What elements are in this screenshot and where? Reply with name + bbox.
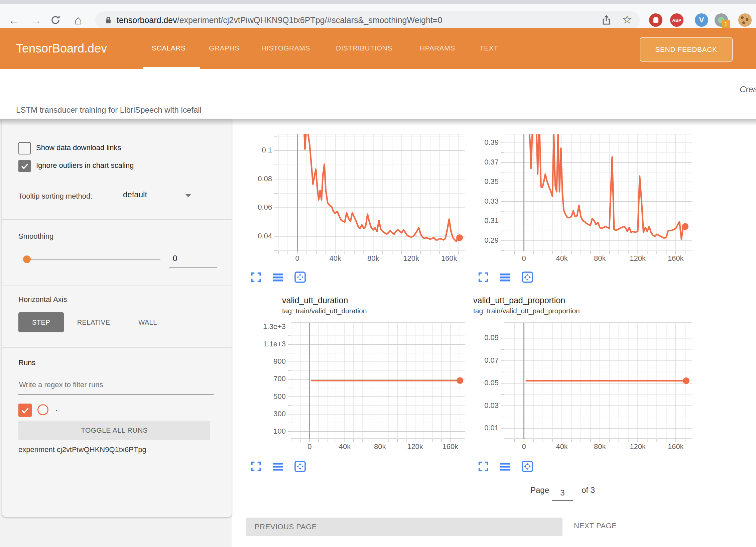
y-tick-label: 0.37 [461, 158, 499, 167]
chart-actions [250, 271, 306, 284]
send-feedback-button[interactable]: SEND FEEDBACK [640, 37, 733, 62]
expand-chart-icon[interactable] [477, 271, 490, 284]
browser-tab-strip [0, 0, 756, 4]
tab-distributions[interactable]: DISTRIBUTIONS [336, 44, 392, 52]
scalar-chart-plot[interactable]: 0.090.070.050.030.01040k80k120k160k [504, 322, 692, 439]
x-tick-label: 40k [545, 254, 579, 263]
x-tick-label: 80k [357, 254, 390, 263]
x-tick-label: 0 [293, 442, 326, 451]
y-tick-label: 0.06 [235, 203, 272, 212]
address-bar[interactable]: tensorboard.dev/experiment/cj2vtPiwQHKN9… [95, 11, 640, 29]
divider [2, 286, 232, 286]
settings-sidebar: Show data download links Ignore outliers… [2, 119, 232, 517]
x-tick-label: 80k [583, 442, 617, 451]
x-tick-label: 160k [433, 442, 467, 451]
abp-extension-icon[interactable]: ABP [670, 13, 683, 27]
back-icon[interactable]: ← [6, 12, 22, 28]
fit-domain-icon[interactable] [521, 460, 534, 473]
forward-icon[interactable]: → [28, 12, 44, 28]
experiment-id-label: experiment cj2vtPiwQHKN9Q1tx6PTpg [18, 445, 146, 454]
ignore-outliers-checkbox[interactable] [18, 160, 31, 172]
x-tick-label: 120k [394, 254, 428, 263]
x-tick-label: 160k [432, 254, 466, 263]
abp-label: ABP [672, 18, 681, 23]
stop-hand-extension-icon[interactable] [649, 13, 662, 27]
browser-toolbar: ← → ⌂ tensorboard.dev/experiment/cj2vtPi… [0, 4, 756, 28]
show-download-links-label: Show data download links [36, 143, 121, 152]
page-number-input[interactable] [552, 485, 573, 501]
tab-text[interactable]: TEXT [480, 44, 498, 52]
horizontal-axis-label: Horizontal Axis [18, 295, 67, 304]
bookmark-star-icon[interactable]: ☆ [622, 13, 632, 26]
divider [2, 347, 232, 348]
y-tick-label: 1.3e+3 [248, 322, 286, 331]
axis-wall-button[interactable]: WALL [131, 312, 164, 332]
extension-badge: 1 [722, 20, 730, 29]
expand-chart-icon[interactable] [250, 271, 262, 284]
fit-domain-icon[interactable] [294, 460, 306, 473]
x-tick-label: 40k [545, 442, 579, 451]
data-table-icon[interactable] [272, 271, 284, 284]
runs-regex-input[interactable] [18, 376, 214, 395]
y-tick-label: 300 [248, 410, 286, 418]
home-icon[interactable]: ⌂ [70, 12, 86, 28]
tooltip-sorting-label: Tooltip sorting method: [18, 192, 92, 201]
experiment-info-bar: Crea LSTM transducer training for LibriS… [0, 69, 756, 119]
v-label: V [699, 16, 704, 24]
tab-hparams[interactable]: HPARAMS [420, 44, 455, 52]
x-tick-label: 160k [659, 254, 692, 263]
url-path: /experiment/cj2vtPiwQHKN9Q1tx6PTpg/#scal… [177, 15, 443, 25]
expand-chart-icon[interactable] [477, 460, 490, 473]
smoothing-slider-track[interactable] [27, 259, 160, 260]
x-tick-label: 0 [507, 254, 541, 263]
tooltip-sorting-select[interactable]: default [120, 188, 196, 204]
profile-extension-icon[interactable]: 1 [715, 13, 728, 27]
y-tick-label: 0.39 [461, 138, 499, 147]
y-tick-label: 500 [248, 392, 286, 401]
next-page-button[interactable]: NEXT PAGE [574, 522, 617, 530]
run-color-swatch[interactable] [37, 404, 48, 415]
ignore-outliers-label: Ignore outliers in chart scaling [36, 161, 134, 170]
axis-step-button[interactable]: STEP [18, 312, 64, 332]
smoothing-label: Smoothing [18, 232, 53, 241]
y-tick-label: 900 [248, 357, 286, 366]
y-tick-label: 0.1 [235, 146, 272, 154]
url-domain: tensorboard.dev [117, 15, 177, 25]
smoothing-slider-thumb[interactable] [23, 255, 31, 263]
y-tick-label: 0.07 [461, 356, 499, 365]
data-table-icon[interactable] [499, 460, 512, 473]
data-table-icon[interactable] [272, 460, 284, 473]
share-icon[interactable] [601, 14, 612, 27]
x-tick-label: 0 [507, 442, 541, 451]
scalar-chart-plot[interactable]: 1.3e+31.1e+3900700500300100040k80k120k16… [291, 322, 465, 439]
tab-histograms[interactable]: HISTOGRAMS [261, 44, 310, 52]
reload-icon[interactable] [47, 12, 64, 28]
tab-scalars[interactable]: SCALARS [152, 44, 186, 52]
data-table-icon[interactable] [499, 271, 512, 284]
url-text: tensorboard.dev/experiment/cj2vtPiwQHKN9… [117, 15, 442, 25]
chart-tag: tag: train/valid_utt_pad_proportion [473, 307, 580, 315]
cookie-extension-icon[interactable] [738, 13, 752, 27]
chevron-down-icon [185, 194, 191, 197]
tab-graphs[interactable]: GRAPHS [209, 44, 240, 52]
lock-icon [103, 15, 113, 26]
scalar-chart-plot[interactable]: 0.10.080.060.04040k80k120k160k [277, 134, 465, 250]
y-tick-label: 100 [248, 427, 286, 436]
fit-domain-icon[interactable] [294, 271, 306, 284]
run-name: . [55, 403, 58, 414]
fit-domain-icon[interactable] [521, 271, 534, 284]
experiment-description: LSTM transducer training for LibriSpeech… [16, 105, 202, 115]
chart-title: valid_utt_pad_proportion [473, 296, 565, 305]
smoothing-value-input[interactable] [169, 250, 217, 267]
toggle-all-runs-button[interactable]: TOGGLE ALL RUNS [18, 421, 210, 440]
x-tick-label: 0 [281, 254, 314, 263]
expand-chart-icon[interactable] [250, 460, 262, 473]
y-tick-label: 0.04 [235, 232, 272, 240]
axis-relative-button[interactable]: RELATIVE [73, 312, 114, 332]
previous-page-button[interactable]: PREVIOUS PAGE [246, 518, 562, 536]
scalar-chart-plot[interactable]: 0.390.370.350.330.310.29040k80k120k160k [504, 134, 692, 250]
show-download-links-checkbox[interactable] [18, 142, 31, 154]
v-extension-icon[interactable]: V [695, 13, 708, 27]
run-checkbox[interactable] [18, 404, 32, 417]
x-tick-label: 120k [621, 442, 654, 451]
